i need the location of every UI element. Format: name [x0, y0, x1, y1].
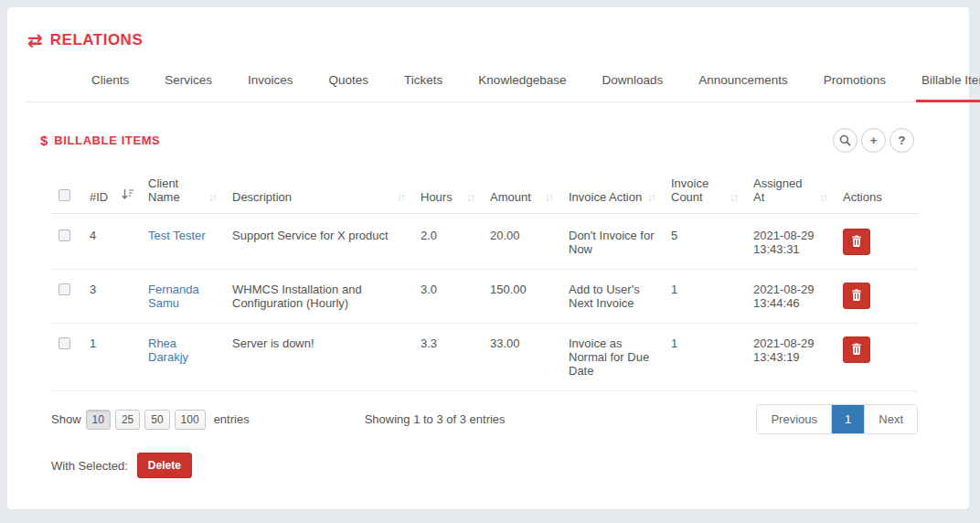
tab-knowledgebase[interactable]: Knowledgebase	[473, 66, 571, 102]
tab-announcements[interactable]: Announcements	[693, 66, 794, 102]
pagination-page-1[interactable]: 1	[832, 405, 865, 433]
sort-both-icon: ↓↑	[545, 191, 554, 204]
client-link[interactable]: Fernanda Samu	[148, 283, 199, 310]
cell-description: WHMCS Installation and Configuration (Ho…	[225, 270, 413, 324]
sort-both-icon: ↓↑	[397, 191, 406, 204]
cell-hours: 3.0	[413, 270, 483, 324]
delete-row-button[interactable]	[843, 336, 870, 363]
dollar-icon: $	[40, 133, 48, 148]
trash-icon	[851, 289, 862, 304]
search-button[interactable]	[833, 128, 858, 153]
column-header-id[interactable]: #ID	[82, 167, 141, 214]
cell-hours: 3.3	[413, 324, 483, 391]
sort-both-icon: ↓↑	[466, 191, 475, 204]
sort-both-icon: ↓↑	[208, 191, 218, 204]
column-header-description[interactable]: Description ↓↑	[225, 167, 413, 214]
help-button[interactable]: ?	[889, 128, 914, 153]
table-row: 1 Rhea Darakjy Server is down! 3.3 33.00…	[51, 324, 918, 391]
cell-assigned-at: 2021-08-29 13:43:31	[746, 214, 836, 270]
page-size-25[interactable]: 25	[115, 410, 140, 430]
tab-downloads[interactable]: Downloads	[596, 66, 668, 102]
pagination-next[interactable]: Next	[865, 405, 917, 433]
tab-services[interactable]: Services	[159, 66, 218, 102]
sort-descending-icon	[122, 188, 133, 204]
cell-invoice-action: Don't Invoice for Now	[561, 214, 664, 270]
column-header-amount[interactable]: Amount ↓↑	[483, 167, 561, 214]
showing-status-text: Showing 1 to 3 of 3 entries	[365, 412, 757, 426]
page-title: ⇄ RELATIONS	[26, 7, 951, 53]
row-checkbox[interactable]	[59, 229, 70, 241]
tab-billable-items[interactable]: Billable Items	[916, 66, 980, 102]
client-link[interactable]: Rhea Darakjy	[148, 336, 188, 364]
cell-invoice-count: 1	[664, 324, 746, 391]
plus-icon: +	[870, 134, 878, 146]
page-size-50[interactable]: 50	[144, 410, 169, 430]
cell-description: Server is down!	[225, 324, 413, 391]
client-link[interactable]: Test Tester	[148, 229, 206, 242]
table-row: 3 Fernanda Samu WHMCS Installation and C…	[51, 270, 918, 324]
select-all-checkbox[interactable]	[59, 189, 70, 201]
content-card: ⇄ RELATIONS Clients Services Invoices Qu…	[7, 7, 969, 509]
swap-arrows-icon: ⇄	[27, 31, 43, 49]
sort-both-icon: ↓↑	[730, 191, 739, 204]
tab-tickets[interactable]: Tickets	[399, 66, 448, 102]
row-checkbox[interactable]	[59, 283, 70, 295]
cell-amount: 33.00	[483, 324, 561, 391]
section-toolbar: + ?	[833, 128, 951, 153]
page-title-text: RELATIONS	[50, 31, 143, 49]
delete-row-button[interactable]	[843, 229, 870, 255]
cell-id: 1	[82, 324, 141, 391]
tab-invoices[interactable]: Invoices	[242, 66, 299, 102]
section-bar: $ BILLABLE ITEMS + ?	[26, 102, 951, 162]
sort-both-icon: ↓↑	[647, 191, 656, 204]
column-header-hours[interactable]: Hours ↓↑	[413, 167, 483, 214]
delete-row-button[interactable]	[843, 283, 870, 309]
table-footer: Show 10 25 50 100 entries Showing 1 to 3…	[51, 404, 918, 434]
cell-hours: 2.0	[413, 214, 483, 270]
cell-invoice-count: 1	[664, 270, 746, 324]
help-icon: ?	[899, 134, 906, 146]
show-label: Show	[51, 412, 81, 426]
tab-quotes[interactable]: Quotes	[324, 66, 375, 102]
cell-invoice-action: Add to User's Next Invoice	[561, 270, 664, 324]
add-button[interactable]: +	[861, 128, 886, 153]
cell-description: Support Service for X product	[225, 214, 413, 270]
cell-invoice-action: Invoice as Normal for Due Date	[561, 324, 664, 391]
page-size-100[interactable]: 100	[175, 410, 206, 430]
page-size-selector: Show 10 25 50 100 entries	[51, 410, 250, 430]
page-size-10[interactable]: 10	[86, 410, 111, 430]
table-header-row: #ID Client Name ↓↑ Description	[51, 167, 918, 214]
cell-assigned-at: 2021-08-29 13:44:46	[746, 270, 836, 324]
cell-amount: 20.00	[483, 214, 561, 270]
pagination: Previous 1 Next	[756, 404, 918, 434]
sort-both-icon: ↓↑	[819, 191, 828, 204]
column-header-invoice-count[interactable]: Invoice Count ↓↑	[664, 167, 746, 214]
with-selected-label: With Selected:	[51, 459, 128, 473]
cell-id: 4	[82, 214, 141, 270]
cell-invoice-count: 5	[664, 214, 746, 270]
cell-assigned-at: 2021-08-29 13:43:19	[746, 324, 836, 391]
tab-bar: Clients Services Invoices Quotes Tickets…	[26, 53, 951, 102]
column-header-invoice-action[interactable]: Invoice Action ↓↑	[561, 167, 664, 214]
with-selected-bar: With Selected: Delete	[51, 453, 951, 478]
billable-items-table: #ID Client Name ↓↑ Description	[51, 167, 918, 391]
entries-label: entries	[214, 412, 250, 426]
header-checkbox-cell	[51, 167, 82, 214]
cell-id: 3	[82, 270, 141, 324]
trash-icon	[851, 235, 862, 250]
column-header-client-name[interactable]: Client Name ↓↑	[141, 167, 225, 214]
search-icon	[839, 134, 851, 146]
tab-clients[interactable]: Clients	[86, 66, 134, 102]
tab-promotions[interactable]: Promotions	[818, 66, 891, 102]
column-header-actions: Actions	[836, 167, 918, 214]
section-title: $ BILLABLE ITEMS	[40, 133, 160, 148]
row-checkbox[interactable]	[59, 337, 70, 349]
trash-icon	[851, 343, 862, 358]
cell-amount: 150.00	[483, 270, 561, 324]
column-header-assigned-at[interactable]: Assigned At ↓↑	[746, 167, 836, 214]
pagination-previous[interactable]: Previous	[757, 405, 832, 433]
delete-selected-button[interactable]: Delete	[137, 453, 192, 478]
section-title-text: BILLABLE ITEMS	[54, 133, 160, 147]
table-row: 4 Test Tester Support Service for X prod…	[51, 214, 918, 270]
